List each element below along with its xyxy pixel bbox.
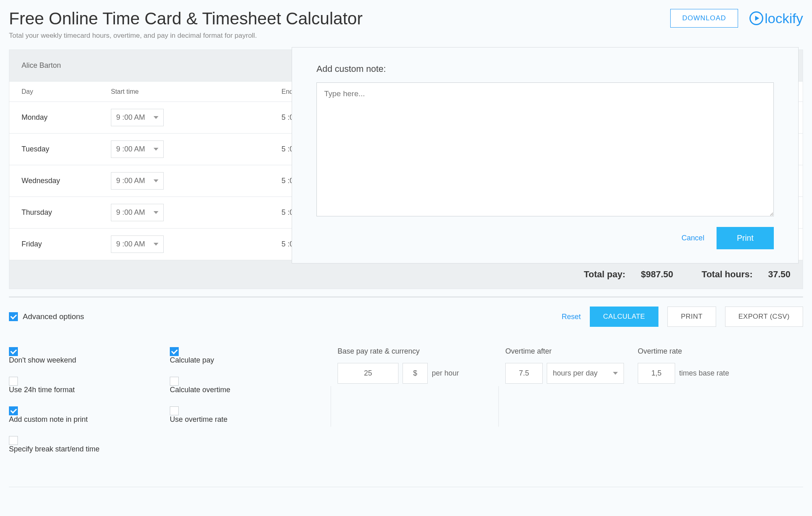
use-overtime-rate-toggle[interactable]: Use overtime rate xyxy=(170,406,324,424)
start-time-input[interactable]: 9 :00 AM xyxy=(111,140,164,158)
time-text: 9 :00 AM xyxy=(116,113,145,122)
checkbox-icon xyxy=(170,406,179,415)
times-base-rate-label: times base rate xyxy=(679,369,729,378)
label: Calculate pay xyxy=(170,356,214,364)
modal-title: Add custom note: xyxy=(316,64,774,74)
calculate-button[interactable]: CALCULATE xyxy=(590,307,658,327)
advanced-options-panel: Don't show weekend Use 24h time format A… xyxy=(9,347,803,466)
label: Add custom note in print xyxy=(9,415,88,423)
overtime-rate-input[interactable]: 1,5 xyxy=(638,363,675,384)
no-weekend-toggle[interactable]: Don't show weekend xyxy=(9,347,163,365)
calculate-pay-toggle[interactable]: Calculate pay xyxy=(170,347,324,365)
checkbox-icon xyxy=(9,347,18,356)
start-time-input[interactable]: 9 :00 AM xyxy=(111,235,164,253)
checkbox-icon xyxy=(9,406,18,415)
page-title: Free Online Time Card & Timesheet Calcul… xyxy=(9,9,363,28)
checkbox-icon xyxy=(170,347,179,356)
cancel-button[interactable]: Cancel xyxy=(682,234,704,242)
overtime-after-label: Overtime after xyxy=(505,347,624,356)
col-start: Start time xyxy=(111,88,281,95)
download-button[interactable]: DOWNLOAD xyxy=(670,9,738,28)
time-text: 9 :00 AM xyxy=(116,240,145,248)
day-label: Thursday xyxy=(22,208,111,217)
label: Specify break start/end time xyxy=(9,445,100,453)
col-day: Day xyxy=(22,88,111,95)
checkbox-icon xyxy=(170,377,179,386)
logo-text: lockify xyxy=(765,11,803,26)
divider xyxy=(498,386,499,427)
overtime-rate-label: Overtime rate xyxy=(638,347,729,356)
per-hour-label: per hour xyxy=(432,369,459,378)
day-label: Monday xyxy=(22,113,111,122)
total-hours: Total hours: 37.50 xyxy=(689,269,790,279)
chevron-down-icon xyxy=(154,179,158,182)
specify-break-toggle[interactable]: Specify break start/end time xyxy=(9,436,163,453)
chevron-down-icon xyxy=(154,211,158,214)
time-text: 9 :00 AM xyxy=(116,177,145,185)
clockify-logo[interactable]: lockify xyxy=(749,11,803,26)
start-time-input[interactable]: 9 :00 AM xyxy=(111,172,164,190)
chevron-down-icon xyxy=(613,372,618,375)
use-24h-toggle[interactable]: Use 24h time format xyxy=(9,377,163,394)
start-time-input[interactable]: 9 :00 AM xyxy=(111,204,164,221)
custom-note-textarea[interactable] xyxy=(316,82,774,216)
advanced-options-label: Advanced options xyxy=(23,312,84,321)
label: hours per day xyxy=(553,369,598,378)
totals-row: Total pay: $987.50 Total hours: 37.50 xyxy=(9,260,803,289)
checkbox-icon xyxy=(9,436,18,445)
overtime-after-input[interactable]: 7.5 xyxy=(505,363,543,384)
label: Use overtime rate xyxy=(170,415,227,423)
clock-icon xyxy=(749,11,763,25)
chevron-down-icon xyxy=(154,116,158,119)
chevron-down-icon xyxy=(154,148,158,151)
calculate-overtime-toggle[interactable]: Calculate overtime xyxy=(170,377,324,394)
label: Use 24h time format xyxy=(9,386,75,394)
base-pay-label: Base pay rate & currency xyxy=(338,347,492,356)
overtime-unit-select[interactable]: hours per day xyxy=(547,363,624,384)
divider xyxy=(9,487,803,487)
actions-bar: Advanced options Reset CALCULATE PRINT E… xyxy=(9,296,803,327)
label: Don't show weekend xyxy=(9,356,76,364)
label: Calculate overtime xyxy=(170,386,230,394)
total-pay: Total pay: $987.50 xyxy=(571,269,673,279)
start-time-input[interactable]: 9 :00 AM xyxy=(111,109,164,126)
advanced-options-toggle[interactable]: Advanced options xyxy=(9,312,84,321)
print-button[interactable]: PRINT xyxy=(667,307,716,327)
checkbox-icon xyxy=(9,377,18,386)
chevron-down-icon xyxy=(154,243,158,246)
day-label: Wednesday xyxy=(22,177,111,185)
currency-input[interactable]: $ xyxy=(403,363,428,384)
checkbox-icon xyxy=(9,312,18,321)
custom-note-toggle[interactable]: Add custom note in print xyxy=(9,406,163,424)
time-text: 9 :00 AM xyxy=(116,208,145,217)
custom-note-modal: Add custom note: Cancel Print xyxy=(292,47,799,263)
reset-button[interactable]: Reset xyxy=(562,313,581,321)
day-label: Tuesday xyxy=(22,145,111,153)
divider xyxy=(331,386,331,427)
base-rate-input[interactable]: 25 xyxy=(338,363,398,384)
modal-print-button[interactable]: Print xyxy=(717,227,774,249)
export-csv-button[interactable]: EXPORT (CSV) xyxy=(725,307,803,327)
page-subtitle: Total your weekly timecard hours, overti… xyxy=(9,32,363,40)
time-text: 9 :00 AM xyxy=(116,145,145,153)
day-label: Friday xyxy=(22,240,111,248)
